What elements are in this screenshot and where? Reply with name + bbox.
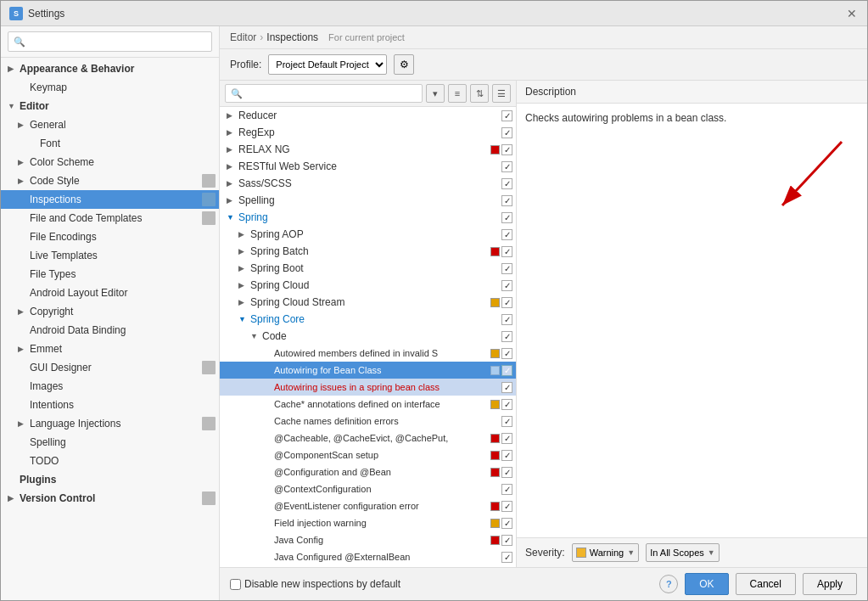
insp-checkbox[interactable]: ✓ (501, 110, 512, 121)
insp-item-restful[interactable]: ▶ RESTful Web Service ✓ (220, 158, 516, 175)
insp-checkbox[interactable]: ✓ (501, 229, 512, 240)
insp-item-event-listener[interactable]: @EventListener configuration error ✓ (220, 497, 516, 514)
ok-button[interactable]: OK (685, 573, 728, 595)
insp-checkbox[interactable]: ✓ (501, 535, 512, 546)
sidebar-item-file-code-templates[interactable]: File and Code Templates (1, 209, 219, 227)
sidebar-item-code-style[interactable]: ▶ Code Style (1, 171, 219, 190)
insp-item-code-group[interactable]: ▼ Code ✓ (220, 328, 516, 345)
insp-item-spring-batch[interactable]: ▶ Spring Batch ✓ (220, 243, 516, 260)
insp-item-cache-annotations[interactable]: Cache* annotations defined on interface … (220, 396, 516, 413)
color-indicator (490, 298, 500, 307)
insp-item-spring[interactable]: ▼ Spring ✓ (220, 209, 516, 226)
insp-item-spring-aop[interactable]: ▶ Spring AOP ✓ (220, 226, 516, 243)
insp-item-component-scan[interactable]: @ComponentScan setup ✓ (220, 447, 516, 463)
insp-item-reducer[interactable]: ▶ Reducer ✓ (220, 107, 516, 124)
sidebar-item-spelling[interactable]: Spelling (1, 433, 219, 452)
sidebar-item-keymap[interactable]: Keymap (1, 78, 219, 97)
insp-checkbox[interactable]: ✓ (501, 297, 512, 308)
sidebar-item-lang-injections[interactable]: ▶ Language Injections (1, 414, 219, 433)
insp-checkbox[interactable]: ✓ (501, 246, 512, 257)
insp-item-field-injection[interactable]: Field injection warning ✓ (220, 514, 516, 531)
insp-checkbox[interactable]: ✓ (501, 501, 512, 512)
insp-item-relax-ng[interactable]: ▶ RELAX NG ✓ (220, 141, 516, 158)
insp-item-spring-cloud[interactable]: ▶ Spring Cloud ✓ (220, 277, 516, 294)
sidebar-item-font[interactable]: Font (1, 134, 219, 153)
insp-item-autowired-invalid[interactable]: Autowired members defined in invalid S ✓ (220, 345, 516, 362)
sidebar-item-images[interactable]: Images (1, 377, 219, 396)
insp-checkbox[interactable]: ✓ (501, 195, 512, 206)
profile-select[interactable]: Project Default Project (268, 54, 387, 75)
close-button[interactable]: ✕ (845, 7, 859, 20)
insp-item-java-config[interactable]: Java Config ✓ (220, 531, 516, 548)
sidebar-item-emmet[interactable]: ▶ Emmet (1, 340, 219, 358)
insp-item-autowiring-issues[interactable]: Autowiring issues in a spring bean class… (220, 379, 516, 396)
sidebar-item-android-layout[interactable]: Android Layout Editor (1, 284, 219, 302)
sidebar-item-version-control[interactable]: ▶ Version Control (1, 489, 219, 508)
insp-item-regexp[interactable]: ▶ RegExp ✓ (220, 124, 516, 141)
insp-checkbox[interactable]: ✓ (501, 331, 512, 342)
insp-checkbox[interactable]: ✓ (501, 127, 512, 138)
apply-button[interactable]: Apply (803, 573, 857, 595)
insp-item-spring-cloud-stream[interactable]: ▶ Spring Cloud Stream ✓ (220, 294, 516, 311)
insp-checkbox[interactable]: ✓ (501, 314, 512, 325)
scope-select[interactable]: In All Scopes ▼ (646, 543, 720, 562)
insp-item-spring-core[interactable]: ▼ Spring Core ✓ (220, 311, 516, 328)
insp-item-context-config[interactable]: @ContextConfiguration ✓ (220, 480, 516, 497)
disable-inspections-checkbox-area: Disable new inspections by default (230, 578, 652, 590)
settings-button[interactable]: ☰ (492, 84, 511, 103)
insp-checkbox[interactable]: ✓ (501, 178, 512, 189)
insp-item-cache-names[interactable]: Cache names definition errors ✓ (220, 413, 516, 430)
insp-item-spelling2[interactable]: ▶ Spelling ✓ (220, 192, 516, 209)
insp-item-java-configured[interactable]: Java Configured @ExternalBean ✓ (220, 548, 516, 565)
sidebar-search-input[interactable] (8, 31, 212, 52)
arrow-icon: ▶ (8, 65, 20, 73)
sidebar-item-intentions[interactable]: Intentions (1, 396, 219, 414)
gear-button[interactable]: ⚙ (394, 54, 414, 75)
insp-checkbox[interactable]: ✓ (501, 416, 512, 427)
sidebar-item-color-scheme[interactable]: ▶ Color Scheme (1, 153, 219, 171)
severity-bar: Severity: Warning ▼ In All Scopes ▼ (517, 537, 867, 567)
insp-checkbox[interactable]: ✓ (501, 467, 512, 478)
insp-item-autowiring-bean[interactable]: Autowiring for Bean Class ✓ (220, 362, 516, 379)
sidebar-item-plugins[interactable]: Plugins (1, 470, 219, 489)
sidebar-item-android-data[interactable]: Android Data Binding (1, 321, 219, 340)
sidebar-item-file-types[interactable]: File Types (1, 265, 219, 284)
insp-checkbox[interactable]: ✓ (501, 518, 512, 529)
chevron-down-icon: ▼ (627, 548, 635, 557)
insp-checkbox[interactable]: ✓ (501, 450, 512, 461)
sidebar-item-todo[interactable]: TODO (1, 452, 219, 470)
insp-checkbox[interactable]: ✓ (501, 365, 512, 376)
insp-checkbox[interactable]: ✓ (501, 382, 512, 393)
insp-checkbox[interactable]: ✓ (501, 552, 512, 563)
insp-checkbox[interactable]: ✓ (501, 484, 512, 495)
insp-checkbox[interactable]: ✓ (501, 161, 512, 172)
filter-button[interactable]: ▾ (426, 84, 445, 103)
sidebar-item-inspections[interactable]: Inspections (1, 190, 219, 209)
insp-checkbox[interactable]: ✓ (501, 348, 512, 359)
insp-checkbox[interactable]: ✓ (501, 212, 512, 223)
sidebar-search-area (1, 26, 219, 58)
expand-button[interactable]: ⇅ (470, 84, 489, 103)
cancel-button[interactable]: Cancel (736, 573, 796, 595)
insp-checkbox[interactable]: ✓ (501, 263, 512, 274)
sidebar-item-appearance[interactable]: ▶ Appearance & Behavior (1, 59, 219, 78)
insp-checkbox[interactable]: ✓ (501, 433, 512, 444)
disable-inspections-checkbox[interactable] (230, 579, 241, 590)
sidebar-item-file-encodings[interactable]: File Encodings (1, 227, 219, 246)
insp-item-sass[interactable]: ▶ Sass/SCSS ✓ (220, 175, 516, 192)
sidebar-item-live-templates[interactable]: Live Templates (1, 246, 219, 265)
help-button[interactable]: ? (659, 575, 678, 593)
insp-item-spring-boot[interactable]: ▶ Spring Boot ✓ (220, 260, 516, 277)
insp-item-configuration-bean[interactable]: @Configuration and @Bean ✓ (220, 463, 516, 480)
sidebar-item-editor[interactable]: ▼ Editor (1, 97, 219, 115)
sidebar-item-gui-designer[interactable]: GUI Designer (1, 358, 219, 377)
inspection-search-input[interactable] (225, 84, 423, 103)
sidebar-item-general[interactable]: ▶ General (1, 115, 219, 134)
severity-select[interactable]: Warning ▼ (572, 543, 639, 562)
insp-checkbox[interactable]: ✓ (501, 280, 512, 291)
sort-button[interactable]: ≡ (448, 84, 467, 103)
insp-checkbox[interactable]: ✓ (501, 144, 512, 155)
sidebar-item-copyright[interactable]: ▶ Copyright (1, 302, 219, 321)
insp-item-cacheable[interactable]: @Cacheable, @CacheEvict, @CachePut, ✓ (220, 430, 516, 447)
insp-checkbox[interactable]: ✓ (501, 399, 512, 410)
